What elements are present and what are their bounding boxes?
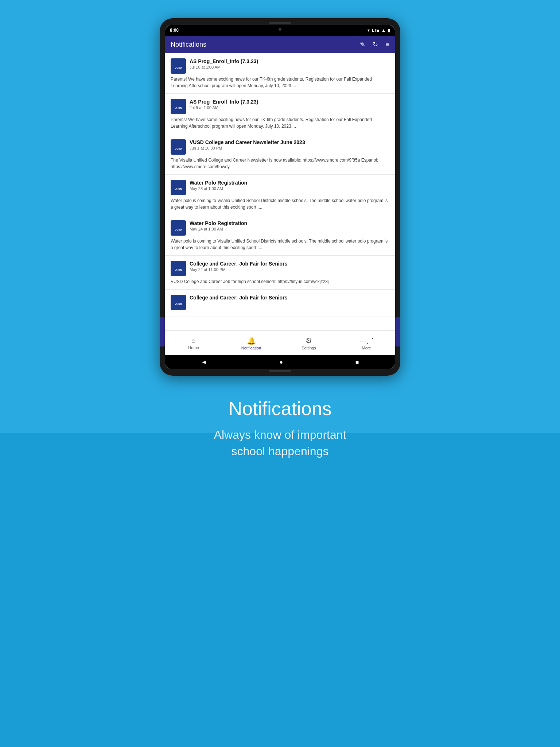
list-item[interactable]: VUSD VUSD College and Career Newsletter … (165, 134, 395, 175)
notification-body: Water polo is coming to Visalia Unified … (171, 238, 389, 251)
notification-date: May 28 at 1:00 AM (190, 186, 389, 191)
home-icon: ⌂ (191, 336, 196, 345)
list-item[interactable]: VUSD AS Prog_Enroll_Info (7.3.23)Jul 10 … (165, 53, 395, 94)
notification-date: May 22 at 11:00 PM (190, 267, 389, 272)
nav-item-notification[interactable]: 🔔Notification (222, 336, 280, 350)
list-item[interactable]: VUSD AS Prog_Enroll_Info (7.3.23)Jul 9 a… (165, 94, 395, 134)
notification-date: Jun 1 at 10:30 PM (190, 146, 389, 150)
school-logo: VUSD (171, 180, 186, 195)
notification-date: May 24 at 1:00 AM (190, 227, 389, 231)
school-logo: VUSD (171, 99, 186, 114)
svg-text:VUSD: VUSD (175, 269, 182, 271)
battery-icon: ▮ (388, 28, 390, 33)
page-subtitle: Always know of importantschool happening… (214, 427, 346, 460)
more-icon: ⋯⋰ (359, 336, 374, 345)
svg-rect-4 (171, 139, 186, 155)
nav-label-more: More (362, 346, 371, 350)
svg-rect-8 (171, 220, 186, 236)
status-time: 8:00 (170, 28, 179, 33)
svg-text:VUSD: VUSD (175, 188, 182, 190)
bottom-nav: ⌂Home🔔Notification⚙Settings⋯⋰More (165, 330, 395, 355)
notification-body: VUSD College and Career Job for high sch… (171, 278, 389, 285)
bottom-section: Notifications Always know of importantsc… (214, 398, 346, 460)
refresh-icon[interactable]: ↻ (373, 40, 378, 49)
notification-title: AS Prog_Enroll_Info (7.3.23) (190, 58, 389, 64)
notification-date: Jul 9 at 1:00 AM (190, 105, 389, 110)
edit-icon[interactable]: ✎ (360, 40, 365, 49)
list-item[interactable]: VUSD Water Polo RegistrationMay 28 at 1:… (165, 175, 395, 215)
notification-title: College and Career: Job Fair for Seniors (190, 295, 389, 301)
notification-title: College and Career: Job Fair for Seniors (190, 261, 389, 267)
home-button[interactable]: ● (279, 359, 283, 365)
school-logo: VUSD (171, 295, 186, 310)
camera (279, 28, 281, 31)
lte-indicator: LTE (372, 28, 379, 32)
notification-body: Parents! We have some exciting news for … (171, 116, 389, 129)
nav-label-home: Home (188, 345, 199, 350)
notification-title: Water Polo Registration (190, 180, 389, 186)
nav-item-home[interactable]: ⌂Home (165, 336, 222, 350)
notification-body: The Visalia Unified College and Career N… (171, 157, 389, 170)
side-accent-right (395, 317, 400, 347)
android-nav: ◄ ● ■ (165, 355, 395, 369)
screen: 8:00 ▾ LTE ▲ ▮ Notifications ✎ ↻ ≡ VUSD … (165, 25, 395, 369)
notification-title: Water Polo Registration (190, 220, 389, 226)
svg-text:VUSD: VUSD (175, 66, 182, 69)
list-item[interactable]: VUSD Water Polo RegistrationMay 24 at 1:… (165, 215, 395, 256)
notification-title: VUSD College and Career Newsletter June … (190, 139, 389, 145)
nav-label-notification: Notification (241, 346, 261, 350)
svg-text:VUSD: VUSD (175, 228, 182, 231)
wifi-icon: ▾ (368, 28, 370, 33)
nav-label-settings: Settings (302, 346, 316, 350)
nav-item-settings[interactable]: ⚙Settings (280, 336, 338, 350)
notification-body: Water polo is coming to Visalia Unified … (171, 197, 389, 210)
svg-text:VUSD: VUSD (175, 147, 182, 150)
svg-rect-0 (171, 58, 186, 74)
school-logo: VUSD (171, 261, 186, 276)
side-accent-left (160, 317, 165, 347)
svg-rect-12 (171, 295, 186, 310)
back-button[interactable]: ◄ (201, 359, 207, 365)
notification-icon: 🔔 (247, 336, 256, 345)
page-title: Notifications (214, 398, 346, 419)
svg-rect-2 (171, 99, 186, 114)
notification-title: AS Prog_Enroll_Info (7.3.23) (190, 99, 389, 105)
menu-icon[interactable]: ≡ (385, 41, 389, 49)
notification-date: Jul 10 at 1:00 AM (190, 65, 389, 69)
tablet-shell: 8:00 ▾ LTE ▲ ▮ Notifications ✎ ↻ ≡ VUSD … (160, 18, 400, 376)
school-logo: VUSD (171, 58, 186, 74)
school-logo: VUSD (171, 220, 186, 236)
header-title: Notifications (171, 41, 206, 49)
svg-text:VUSD: VUSD (175, 107, 182, 109)
list-item[interactable]: VUSD College and Career: Job Fair for Se… (165, 290, 395, 317)
school-logo: VUSD (171, 139, 186, 155)
svg-rect-6 (171, 180, 186, 195)
settings-icon: ⚙ (306, 336, 312, 345)
notification-body: Parents! We have some exciting news for … (171, 76, 389, 89)
svg-text:VUSD: VUSD (175, 303, 182, 305)
svg-rect-10 (171, 261, 186, 276)
status-right: ▾ LTE ▲ ▮ (368, 28, 390, 33)
notifications-list: VUSD AS Prog_Enroll_Info (7.3.23)Jul 10 … (165, 53, 395, 330)
header-icons: ✎ ↻ ≡ (360, 40, 389, 49)
recents-button[interactable]: ■ (355, 359, 359, 365)
nav-item-more[interactable]: ⋯⋰More (338, 336, 395, 350)
list-item[interactable]: VUSD College and Career: Job Fair for Se… (165, 256, 395, 290)
signal-bars: ▲ (381, 28, 386, 33)
app-header: Notifications ✎ ↻ ≡ (165, 36, 395, 53)
